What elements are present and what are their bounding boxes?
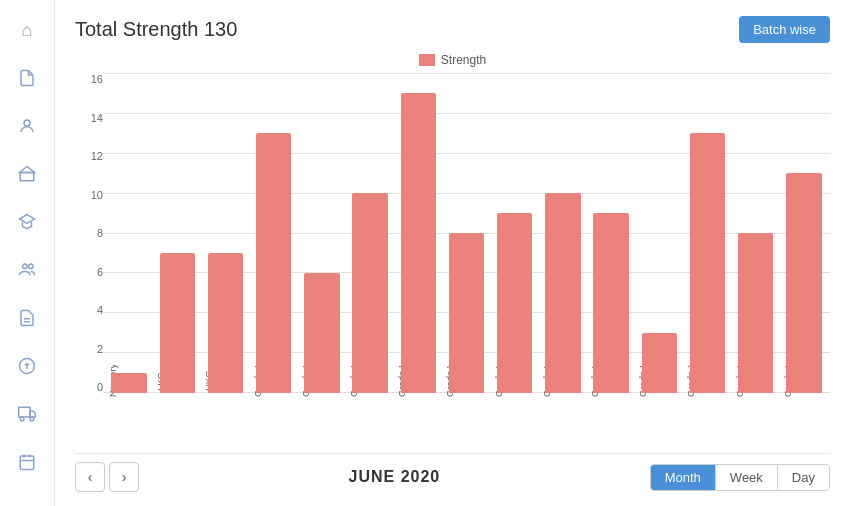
bar[interactable] xyxy=(642,333,677,393)
chart-legend: Strength xyxy=(75,53,830,67)
bar-group xyxy=(203,73,247,393)
batch-wise-button[interactable]: Batch wise xyxy=(739,16,830,43)
bar-group xyxy=(348,73,392,393)
bar[interactable] xyxy=(593,213,628,393)
svg-marker-12 xyxy=(30,411,35,417)
sidebar-item-file[interactable] xyxy=(7,58,47,98)
sidebar-item-user[interactable] xyxy=(7,106,47,146)
bar[interactable] xyxy=(208,253,243,393)
bar-group xyxy=(589,73,633,393)
bar[interactable] xyxy=(304,273,339,393)
bar-group xyxy=(637,73,681,393)
sidebar-item-transport[interactable] xyxy=(7,394,47,434)
bar-group xyxy=(685,73,729,393)
bar[interactable] xyxy=(738,233,773,393)
legend-color-swatch xyxy=(419,54,435,66)
sidebar: ⌂ xyxy=(0,0,55,506)
bar[interactable] xyxy=(111,373,146,393)
next-button[interactable]: › xyxy=(109,462,139,492)
view-btn-week[interactable]: Week xyxy=(716,465,778,490)
view-toggle: MonthWeekDay xyxy=(650,464,830,491)
y-axis-label: 14 xyxy=(91,112,103,124)
sidebar-item-docs[interactable] xyxy=(7,298,47,338)
bar-group xyxy=(541,73,585,393)
y-axis-label: 10 xyxy=(91,189,103,201)
svg-rect-1 xyxy=(20,173,34,181)
legend-label: Strength xyxy=(441,53,486,67)
bar-group xyxy=(396,73,440,393)
view-btn-month[interactable]: Month xyxy=(651,465,716,490)
y-axis-label: 16 xyxy=(91,73,103,85)
current-period: JUNE 2020 xyxy=(349,468,441,486)
bar[interactable] xyxy=(497,213,532,393)
svg-marker-2 xyxy=(20,167,35,173)
bar[interactable] xyxy=(160,253,195,393)
svg-point-4 xyxy=(23,264,28,269)
bar[interactable] xyxy=(545,193,580,393)
svg-rect-15 xyxy=(20,456,34,470)
sidebar-item-money[interactable] xyxy=(7,346,47,386)
sidebar-item-people[interactable] xyxy=(7,250,47,290)
main-content: Total Strength 130 Batch wise Strength 0… xyxy=(55,0,850,506)
prev-button[interactable]: ‹ xyxy=(75,462,105,492)
svg-point-0 xyxy=(24,120,30,126)
sidebar-item-home[interactable]: ⌂ xyxy=(7,10,47,50)
bar[interactable] xyxy=(449,233,484,393)
sidebar-item-building[interactable] xyxy=(7,154,47,194)
page-header: Total Strength 130 Batch wise xyxy=(75,16,830,43)
nav-arrows: ‹ › xyxy=(75,462,139,492)
y-axis-label: 12 xyxy=(91,150,103,162)
bars-area: NurseryLKGUKGGrade IGrade IIGrade IIIGra… xyxy=(103,73,830,429)
svg-point-14 xyxy=(30,417,34,421)
bar[interactable] xyxy=(256,133,291,393)
bar-group xyxy=(493,73,537,393)
bar-group xyxy=(782,73,826,393)
x-labels: NurseryLKGUKGGrade IGrade IIGrade IIIGra… xyxy=(103,393,830,429)
page-title: Total Strength 130 xyxy=(75,18,237,41)
bar[interactable] xyxy=(401,93,436,393)
bar-group xyxy=(107,73,151,393)
svg-rect-11 xyxy=(19,407,30,417)
bar[interactable] xyxy=(690,133,725,393)
bar-group xyxy=(300,73,344,393)
bar-group xyxy=(252,73,296,393)
bar[interactable] xyxy=(352,193,387,393)
bar[interactable] xyxy=(786,173,821,393)
sidebar-item-graduation[interactable] xyxy=(7,202,47,242)
bar-group xyxy=(444,73,488,393)
y-axis: 0246810121416 xyxy=(75,73,103,429)
bar-group xyxy=(734,73,778,393)
bar-group xyxy=(155,73,199,393)
sidebar-item-calendar[interactable] xyxy=(7,442,47,482)
chart-wrapper: 0246810121416 NurseryLKGUKGGrade IGrade … xyxy=(75,73,830,429)
svg-point-13 xyxy=(20,417,24,421)
footer: ‹ › JUNE 2020 MonthWeekDay xyxy=(75,453,830,496)
chart-container: Strength 0246810121416 NurseryLKGUKGGrad… xyxy=(75,53,830,449)
bars-row xyxy=(103,73,830,393)
svg-point-5 xyxy=(29,264,34,269)
view-btn-day[interactable]: Day xyxy=(778,465,829,490)
